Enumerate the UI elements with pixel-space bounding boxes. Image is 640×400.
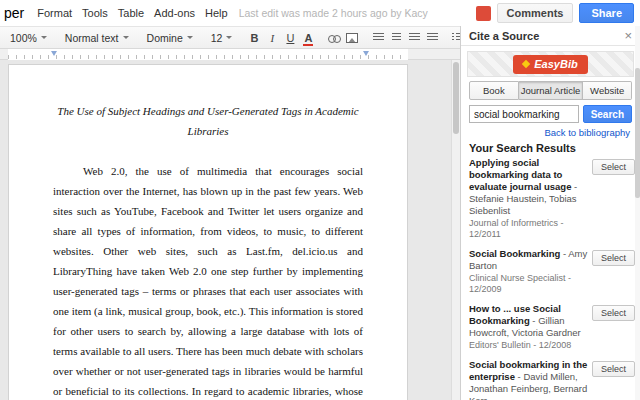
- align-justify-icon: [427, 33, 438, 42]
- comments-button[interactable]: Comments: [497, 3, 574, 23]
- result-title[interactable]: Applying social bookmarking data to eval…: [469, 157, 571, 192]
- font-select[interactable]: Domine: [143, 30, 197, 46]
- result-text: How to ... use Social Bookmarking - Gill…: [469, 303, 588, 351]
- user-avatar[interactable]: [476, 6, 491, 21]
- result-text: Applying social bookmarking data to eval…: [469, 157, 588, 240]
- align-center-icon: [392, 33, 401, 42]
- tab-website[interactable]: Website: [583, 81, 632, 100]
- result-text: Social bookmarking in the enterprise - D…: [469, 359, 588, 400]
- font-size-value: 12: [211, 32, 223, 44]
- result-title-line: How to ... use Social Bookmarking - Gill…: [469, 303, 588, 339]
- pencil-icon: [522, 59, 530, 67]
- ruler: [0, 49, 460, 60]
- zoom-select[interactable]: 100%: [6, 30, 51, 46]
- chevron-down-icon: [226, 36, 232, 39]
- menu-tools[interactable]: Tools: [77, 7, 113, 19]
- align-justify-button[interactable]: [424, 30, 440, 46]
- search-result: Social bookmarking in the enterprise - D…: [469, 359, 635, 400]
- formatting-toolbar: 100% Normal text Domine 12 B I U A: [0, 26, 460, 49]
- paragraph-style-value: Normal text: [65, 32, 119, 44]
- result-title[interactable]: Social Bookmarking: [469, 248, 560, 259]
- zoom-value: 100%: [10, 32, 37, 44]
- document-heading[interactable]: The Use of Subject Headings and User-Gen…: [53, 101, 363, 141]
- results-heading: Your Search Results: [469, 142, 632, 154]
- result-source: Editors' Bulletin - 12/2008: [469, 340, 588, 351]
- insert-image-button[interactable]: [344, 30, 360, 46]
- search-input[interactable]: [469, 105, 579, 123]
- insert-link-button[interactable]: [326, 30, 342, 46]
- italic-button[interactable]: I: [264, 30, 280, 46]
- easybib-logo-text: EasyBib: [534, 58, 577, 70]
- left-indent-marker[interactable]: [51, 51, 57, 56]
- panel-scrollbar-thumb[interactable]: [635, 68, 640, 198]
- document-scrollbar-thumb[interactable]: [453, 62, 459, 134]
- tab-book[interactable]: Book: [469, 81, 519, 100]
- chevron-down-icon: [41, 36, 47, 39]
- easybib-logo: EasyBib: [513, 55, 587, 74]
- chevron-down-icon: [123, 36, 129, 39]
- back-to-bibliography-link[interactable]: Back to bibliography: [471, 127, 630, 138]
- share-button[interactable]: Share: [579, 3, 634, 23]
- text-color-button[interactable]: A: [300, 30, 316, 46]
- align-center-button[interactable]: [388, 30, 404, 46]
- top-bar: per Format Tools Table Add-ons Help Last…: [0, 0, 640, 26]
- search-result: Applying social bookmarking data to eval…: [469, 157, 635, 240]
- result-title-line: Applying social bookmarking data to eval…: [469, 157, 588, 217]
- font-value: Domine: [147, 32, 183, 44]
- panel-title: Cite a Source: [469, 30, 539, 42]
- tab-journal-article[interactable]: Journal Article: [519, 81, 584, 100]
- link-icon: [328, 33, 341, 43]
- last-edit-status[interactable]: Last edit was made 2 hours ago by Kacy J…: [239, 7, 429, 19]
- document-scrollbar[interactable]: [451, 60, 460, 400]
- paragraph-style-select[interactable]: Normal text: [61, 30, 133, 46]
- source-type-tabs: Book Journal Article Website: [469, 81, 632, 100]
- search-result: How to ... use Social Bookmarking - Gill…: [469, 303, 635, 351]
- document-paragraph[interactable]: Web 2.0, the use of multimedia that enco…: [53, 161, 363, 400]
- close-icon[interactable]: ×: [624, 29, 632, 42]
- search-result: Social Bookmarking - Amy Barton Clinical…: [469, 248, 635, 295]
- result-title-line: Social bookmarking in the enterprise - D…: [469, 359, 588, 400]
- result-text: Social Bookmarking - Amy Barton Clinical…: [469, 248, 588, 295]
- document-page[interactable]: The Use of Subject Headings and User-Gen…: [8, 64, 408, 400]
- chevron-down-icon: [187, 36, 193, 39]
- image-icon: [346, 33, 358, 43]
- align-left-button[interactable]: [370, 30, 386, 46]
- right-indent-marker[interactable]: [363, 51, 369, 56]
- menu-help[interactable]: Help: [200, 7, 233, 19]
- search-button[interactable]: Search: [583, 105, 632, 123]
- cite-source-panel: Cite a Source × EasyBib Book Journal Art…: [460, 26, 640, 400]
- panel-header: Cite a Source ×: [461, 26, 640, 46]
- font-size-select[interactable]: 12: [207, 30, 237, 46]
- select-button[interactable]: Select: [592, 250, 635, 266]
- search-row: Search: [469, 105, 632, 123]
- topbar-actions: Comments Share: [476, 3, 640, 23]
- menu-addons[interactable]: Add-ons: [149, 7, 200, 19]
- underline-button[interactable]: U: [282, 30, 298, 46]
- search-results-list: Applying social bookmarking data to eval…: [469, 157, 635, 400]
- select-button[interactable]: Select: [592, 361, 635, 377]
- align-left-icon: [373, 33, 384, 42]
- easybib-banner: EasyBib: [467, 51, 634, 77]
- bold-button[interactable]: B: [246, 30, 262, 46]
- result-source: Clinical Nurse Specialist - 12/2009: [469, 273, 588, 295]
- align-right-icon: [409, 33, 420, 42]
- menu-format[interactable]: Format: [32, 7, 77, 19]
- select-button[interactable]: Select: [592, 159, 635, 175]
- select-button[interactable]: Select: [592, 305, 635, 321]
- align-right-button[interactable]: [406, 30, 422, 46]
- panel-scrollbar[interactable]: [635, 26, 640, 400]
- document-title[interactable]: per: [4, 5, 24, 21]
- result-source: Journal of Informetrics - 12/2011: [469, 218, 588, 240]
- document-canvas: The Use of Subject Headings and User-Gen…: [0, 60, 460, 400]
- ruler-ticks: [8, 49, 408, 60]
- result-title-line: Social Bookmarking - Amy Barton: [469, 248, 588, 272]
- menu-table[interactable]: Table: [113, 7, 149, 19]
